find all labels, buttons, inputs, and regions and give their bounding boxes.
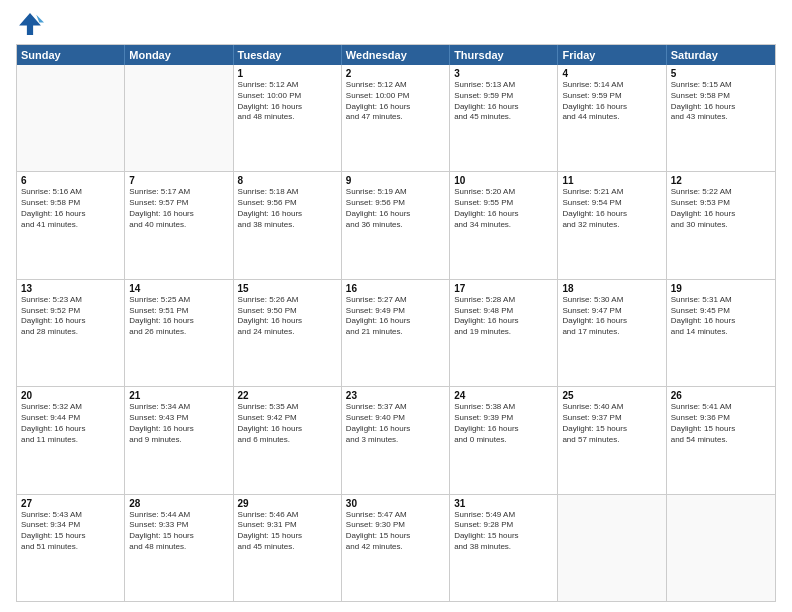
cell-info: Sunrise: 5:34 AMSunset: 9:43 PMDaylight:… xyxy=(129,402,228,445)
calendar-cell-r2c1: 14Sunrise: 5:25 AMSunset: 9:51 PMDayligh… xyxy=(125,280,233,386)
calendar-cell-r3c6: 26Sunrise: 5:41 AMSunset: 9:36 PMDayligh… xyxy=(667,387,775,493)
calendar-cell-r2c0: 13Sunrise: 5:23 AMSunset: 9:52 PMDayligh… xyxy=(17,280,125,386)
cell-info: Sunrise: 5:38 AMSunset: 9:39 PMDaylight:… xyxy=(454,402,553,445)
calendar-cell-r0c5: 4Sunrise: 5:14 AMSunset: 9:59 PMDaylight… xyxy=(558,65,666,171)
calendar-cell-r1c0: 6Sunrise: 5:16 AMSunset: 9:58 PMDaylight… xyxy=(17,172,125,278)
cell-info: Sunrise: 5:14 AMSunset: 9:59 PMDaylight:… xyxy=(562,80,661,123)
cell-info: Sunrise: 5:35 AMSunset: 9:42 PMDaylight:… xyxy=(238,402,337,445)
cell-info: Sunrise: 5:41 AMSunset: 9:36 PMDaylight:… xyxy=(671,402,771,445)
calendar-cell-r4c3: 30Sunrise: 5:47 AMSunset: 9:30 PMDayligh… xyxy=(342,495,450,601)
day-number: 20 xyxy=(21,390,120,401)
calendar-cell-r1c1: 7Sunrise: 5:17 AMSunset: 9:57 PMDaylight… xyxy=(125,172,233,278)
day-number: 18 xyxy=(562,283,661,294)
day-number: 12 xyxy=(671,175,771,186)
cell-info: Sunrise: 5:15 AMSunset: 9:58 PMDaylight:… xyxy=(671,80,771,123)
cell-info: Sunrise: 5:37 AMSunset: 9:40 PMDaylight:… xyxy=(346,402,445,445)
cell-info: Sunrise: 5:28 AMSunset: 9:48 PMDaylight:… xyxy=(454,295,553,338)
calendar-grid: SundayMondayTuesdayWednesdayThursdayFrid… xyxy=(16,44,776,602)
calendar-cell-r4c5 xyxy=(558,495,666,601)
calendar-cell-r3c4: 24Sunrise: 5:38 AMSunset: 9:39 PMDayligh… xyxy=(450,387,558,493)
calendar-cell-r1c6: 12Sunrise: 5:22 AMSunset: 9:53 PMDayligh… xyxy=(667,172,775,278)
day-number: 19 xyxy=(671,283,771,294)
calendar-row-4: 20Sunrise: 5:32 AMSunset: 9:44 PMDayligh… xyxy=(17,386,775,493)
calendar-cell-r3c0: 20Sunrise: 5:32 AMSunset: 9:44 PMDayligh… xyxy=(17,387,125,493)
calendar-cell-r1c3: 9Sunrise: 5:19 AMSunset: 9:56 PMDaylight… xyxy=(342,172,450,278)
day-number: 23 xyxy=(346,390,445,401)
cell-info: Sunrise: 5:47 AMSunset: 9:30 PMDaylight:… xyxy=(346,510,445,553)
day-number: 27 xyxy=(21,498,120,509)
calendar-cell-r1c4: 10Sunrise: 5:20 AMSunset: 9:55 PMDayligh… xyxy=(450,172,558,278)
day-number: 17 xyxy=(454,283,553,294)
cell-info: Sunrise: 5:30 AMSunset: 9:47 PMDaylight:… xyxy=(562,295,661,338)
calendar-cell-r0c4: 3Sunrise: 5:13 AMSunset: 9:59 PMDaylight… xyxy=(450,65,558,171)
day-number: 7 xyxy=(129,175,228,186)
calendar-row-5: 27Sunrise: 5:43 AMSunset: 9:34 PMDayligh… xyxy=(17,494,775,601)
day-number: 25 xyxy=(562,390,661,401)
cell-info: Sunrise: 5:25 AMSunset: 9:51 PMDaylight:… xyxy=(129,295,228,338)
day-number: 8 xyxy=(238,175,337,186)
calendar-row-3: 13Sunrise: 5:23 AMSunset: 9:52 PMDayligh… xyxy=(17,279,775,386)
calendar-cell-r3c3: 23Sunrise: 5:37 AMSunset: 9:40 PMDayligh… xyxy=(342,387,450,493)
cell-info: Sunrise: 5:46 AMSunset: 9:31 PMDaylight:… xyxy=(238,510,337,553)
day-number: 10 xyxy=(454,175,553,186)
calendar-row-2: 6Sunrise: 5:16 AMSunset: 9:58 PMDaylight… xyxy=(17,171,775,278)
day-number: 21 xyxy=(129,390,228,401)
calendar-cell-r2c4: 17Sunrise: 5:28 AMSunset: 9:48 PMDayligh… xyxy=(450,280,558,386)
day-number: 1 xyxy=(238,68,337,79)
calendar-cell-r2c3: 16Sunrise: 5:27 AMSunset: 9:49 PMDayligh… xyxy=(342,280,450,386)
calendar-cell-r4c4: 31Sunrise: 5:49 AMSunset: 9:28 PMDayligh… xyxy=(450,495,558,601)
day-number: 4 xyxy=(562,68,661,79)
cell-info: Sunrise: 5:49 AMSunset: 9:28 PMDaylight:… xyxy=(454,510,553,553)
weekday-header-thursday: Thursday xyxy=(450,45,558,65)
calendar-cell-r0c0 xyxy=(17,65,125,171)
cell-info: Sunrise: 5:12 AMSunset: 10:00 PMDaylight… xyxy=(346,80,445,123)
weekday-header-saturday: Saturday xyxy=(667,45,775,65)
cell-info: Sunrise: 5:13 AMSunset: 9:59 PMDaylight:… xyxy=(454,80,553,123)
calendar-header: SundayMondayTuesdayWednesdayThursdayFrid… xyxy=(17,45,775,65)
logo xyxy=(16,10,48,38)
calendar-cell-r3c5: 25Sunrise: 5:40 AMSunset: 9:37 PMDayligh… xyxy=(558,387,666,493)
calendar-cell-r0c3: 2Sunrise: 5:12 AMSunset: 10:00 PMDayligh… xyxy=(342,65,450,171)
cell-info: Sunrise: 5:22 AMSunset: 9:53 PMDaylight:… xyxy=(671,187,771,230)
cell-info: Sunrise: 5:40 AMSunset: 9:37 PMDaylight:… xyxy=(562,402,661,445)
day-number: 3 xyxy=(454,68,553,79)
day-number: 30 xyxy=(346,498,445,509)
calendar-cell-r0c1 xyxy=(125,65,233,171)
calendar-cell-r4c1: 28Sunrise: 5:44 AMSunset: 9:33 PMDayligh… xyxy=(125,495,233,601)
cell-info: Sunrise: 5:18 AMSunset: 9:56 PMDaylight:… xyxy=(238,187,337,230)
svg-marker-1 xyxy=(36,15,44,23)
day-number: 2 xyxy=(346,68,445,79)
cell-info: Sunrise: 5:44 AMSunset: 9:33 PMDaylight:… xyxy=(129,510,228,553)
day-number: 31 xyxy=(454,498,553,509)
day-number: 22 xyxy=(238,390,337,401)
day-number: 16 xyxy=(346,283,445,294)
calendar-cell-r3c2: 22Sunrise: 5:35 AMSunset: 9:42 PMDayligh… xyxy=(234,387,342,493)
calendar-cell-r0c6: 5Sunrise: 5:15 AMSunset: 9:58 PMDaylight… xyxy=(667,65,775,171)
day-number: 14 xyxy=(129,283,228,294)
cell-info: Sunrise: 5:17 AMSunset: 9:57 PMDaylight:… xyxy=(129,187,228,230)
day-number: 28 xyxy=(129,498,228,509)
cell-info: Sunrise: 5:12 AMSunset: 10:00 PMDaylight… xyxy=(238,80,337,123)
calendar-cell-r2c2: 15Sunrise: 5:26 AMSunset: 9:50 PMDayligh… xyxy=(234,280,342,386)
calendar-cell-r2c6: 19Sunrise: 5:31 AMSunset: 9:45 PMDayligh… xyxy=(667,280,775,386)
cell-info: Sunrise: 5:27 AMSunset: 9:49 PMDaylight:… xyxy=(346,295,445,338)
cell-info: Sunrise: 5:23 AMSunset: 9:52 PMDaylight:… xyxy=(21,295,120,338)
page-header xyxy=(16,10,776,38)
day-number: 24 xyxy=(454,390,553,401)
day-number: 26 xyxy=(671,390,771,401)
calendar-cell-r1c5: 11Sunrise: 5:21 AMSunset: 9:54 PMDayligh… xyxy=(558,172,666,278)
cell-info: Sunrise: 5:32 AMSunset: 9:44 PMDaylight:… xyxy=(21,402,120,445)
calendar-body: 1Sunrise: 5:12 AMSunset: 10:00 PMDayligh… xyxy=(17,65,775,601)
cell-info: Sunrise: 5:20 AMSunset: 9:55 PMDaylight:… xyxy=(454,187,553,230)
cell-info: Sunrise: 5:31 AMSunset: 9:45 PMDaylight:… xyxy=(671,295,771,338)
cell-info: Sunrise: 5:43 AMSunset: 9:34 PMDaylight:… xyxy=(21,510,120,553)
weekday-header-monday: Monday xyxy=(125,45,233,65)
calendar-cell-r2c5: 18Sunrise: 5:30 AMSunset: 9:47 PMDayligh… xyxy=(558,280,666,386)
weekday-header-wednesday: Wednesday xyxy=(342,45,450,65)
calendar-cell-r4c2: 29Sunrise: 5:46 AMSunset: 9:31 PMDayligh… xyxy=(234,495,342,601)
calendar-cell-r4c0: 27Sunrise: 5:43 AMSunset: 9:34 PMDayligh… xyxy=(17,495,125,601)
day-number: 6 xyxy=(21,175,120,186)
day-number: 15 xyxy=(238,283,337,294)
cell-info: Sunrise: 5:19 AMSunset: 9:56 PMDaylight:… xyxy=(346,187,445,230)
calendar-cell-r0c2: 1Sunrise: 5:12 AMSunset: 10:00 PMDayligh… xyxy=(234,65,342,171)
